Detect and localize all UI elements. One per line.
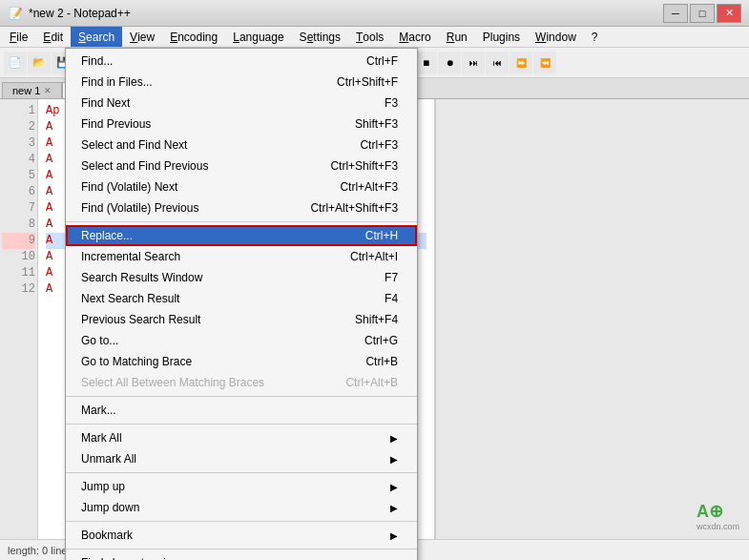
- menu-incremental-search[interactable]: Incremental Search Ctrl+Alt+I: [66, 246, 417, 267]
- close-button[interactable]: ✕: [717, 4, 741, 23]
- menu-previous-search-result[interactable]: Previous Search Result Shift+F4: [66, 309, 417, 330]
- line-num-1: 1: [2, 103, 35, 119]
- menu-replace[interactable]: Replace... Ctrl+H: [66, 225, 417, 246]
- menu-settings[interactable]: Settings: [292, 27, 348, 47]
- menu-jump-down[interactable]: Jump down ▶: [66, 497, 417, 518]
- sep-6: [66, 549, 417, 550]
- line-numbers: 1 2 3 4 5 6 7 8 9 10 11 12: [0, 99, 38, 539]
- line-num-5: 5: [2, 168, 35, 184]
- menu-file[interactable]: File: [2, 27, 35, 47]
- menu-select-find-previous[interactable]: Select and Find Previous Ctrl+Shift+F3: [66, 156, 417, 176]
- search-dropdown: Find... Ctrl+F Find in Files... Ctrl+Shi…: [65, 48, 418, 560]
- search-menu: Find... Ctrl+F Find in Files... Ctrl+Shi…: [65, 48, 418, 560]
- sep-5: [66, 521, 417, 522]
- menu-find-volatile-next[interactable]: Find (Volatile) Next Ctrl+Alt+F3: [66, 176, 417, 197]
- title-text: *new 2 - Notepad++: [29, 7, 663, 20]
- line-num-6: 6: [2, 184, 35, 200]
- menu-find-chars-in-range[interactable]: Find characters in range...: [66, 552, 417, 560]
- menu-goto-matching-brace[interactable]: Go to Matching Brace Ctrl+B: [66, 351, 417, 372]
- toolbar-btn-6[interactable]: ⏺: [438, 52, 461, 74]
- menu-find-in-files[interactable]: Find in Files... Ctrl+Shift+F: [66, 72, 417, 93]
- line-num-4: 4: [2, 152, 35, 168]
- toolbar-btn-7[interactable]: ⏭: [462, 52, 485, 74]
- tab-new1[interactable]: new 1 ✕: [2, 82, 62, 98]
- menu-plugins[interactable]: Plugins: [475, 27, 528, 47]
- window-controls: ─ □ ✕: [663, 4, 741, 23]
- tab-new1-label: new 1: [12, 85, 40, 96]
- menu-find-volatile-previous[interactable]: Find (Volatile) Previous Ctrl+Alt+Shift+…: [66, 197, 417, 218]
- menu-language[interactable]: Language: [225, 27, 291, 47]
- minimize-button[interactable]: ─: [663, 4, 688, 23]
- menu-unmark-all[interactable]: Unmark All ▶: [66, 448, 417, 469]
- maximize-button[interactable]: □: [690, 4, 715, 23]
- sep-1: [66, 221, 417, 222]
- line-num-8: 8: [2, 217, 35, 233]
- new-button[interactable]: 📄: [4, 52, 27, 74]
- menu-goto[interactable]: Go to... Ctrl+G: [66, 330, 417, 351]
- tab-new1-close[interactable]: ✕: [44, 86, 52, 95]
- menu-next-search-result[interactable]: Next Search Result F4: [66, 288, 417, 309]
- line-num-10: 10: [2, 249, 35, 265]
- watermark: A⊕ wcxdn.com: [697, 501, 739, 531]
- menu-tools[interactable]: Tools: [348, 27, 391, 47]
- menu-select-find-next[interactable]: Select and Find Next Ctrl+F3: [66, 135, 417, 156]
- menu-window[interactable]: Window: [528, 27, 584, 47]
- menu-encoding[interactable]: Encoding: [162, 27, 225, 47]
- line-num-9: 9: [2, 233, 35, 249]
- line-num-11: 11: [2, 265, 35, 281]
- app-icon: 📝: [8, 6, 23, 21]
- line-num-7: 7: [2, 200, 35, 217]
- menu-help[interactable]: ?: [584, 27, 606, 47]
- menu-search[interactable]: Search: [71, 27, 122, 47]
- right-panel: [434, 99, 749, 539]
- line-num-2: 2: [2, 119, 35, 135]
- sep-4: [66, 472, 417, 473]
- menu-mark-all[interactable]: Mark All ▶: [66, 427, 417, 448]
- toolbar-btn-8[interactable]: ⏮: [486, 52, 509, 74]
- menu-jump-up[interactable]: Jump up ▶: [66, 476, 417, 497]
- menu-select-between-braces: Select All Between Matching Braces Ctrl+…: [66, 372, 417, 393]
- menu-bookmark[interactable]: Bookmark ▶: [66, 525, 417, 546]
- menu-mark[interactable]: Mark...: [66, 400, 417, 421]
- toolbar-btn-9[interactable]: ⏩: [510, 52, 532, 74]
- line-num-3: 3: [2, 135, 35, 152]
- toolbar-btn-10[interactable]: ⏪: [533, 52, 556, 74]
- menu-run[interactable]: Run: [439, 27, 475, 47]
- line-num-12: 12: [2, 281, 35, 298]
- menu-search-results-window[interactable]: Search Results Window F7: [66, 267, 417, 288]
- menu-find[interactable]: Find... Ctrl+F: [66, 51, 417, 72]
- menu-bar: File Edit Search View Encoding Language …: [0, 27, 749, 48]
- title-bar: 📝 *new 2 - Notepad++ ─ □ ✕: [0, 0, 749, 27]
- menu-view[interactable]: View: [122, 27, 162, 47]
- menu-edit[interactable]: Edit: [35, 27, 71, 47]
- open-button[interactable]: 📂: [28, 52, 51, 74]
- menu-find-previous[interactable]: Find Previous Shift+F3: [66, 114, 417, 135]
- menu-find-next[interactable]: Find Next F3: [66, 93, 417, 114]
- sep-2: [66, 396, 417, 397]
- sep-3: [66, 424, 417, 425]
- menu-macro[interactable]: Macro: [391, 27, 438, 47]
